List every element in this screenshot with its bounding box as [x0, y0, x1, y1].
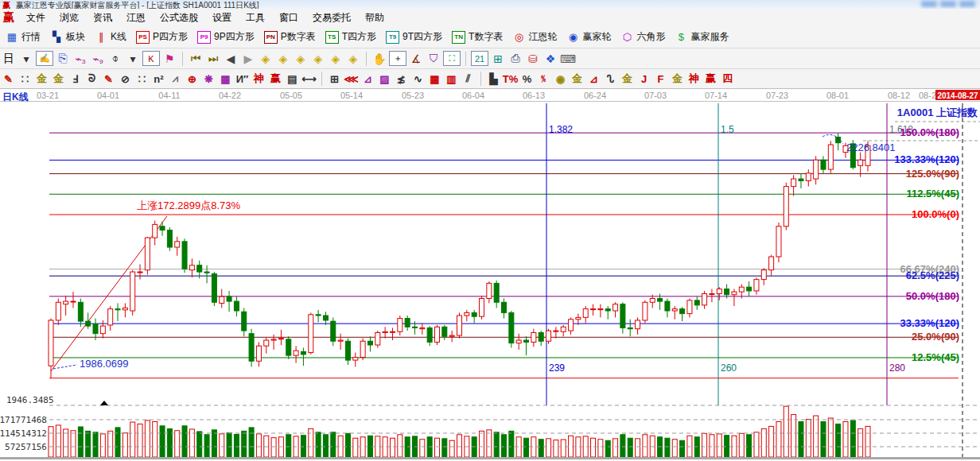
spiral-tool[interactable]: ᘐ: [84, 72, 100, 87]
purple-net-tool[interactable]: ▨: [376, 72, 393, 87]
menu-formula-picker[interactable]: 公式选股: [153, 9, 205, 26]
crosshair-tool[interactable]: ＋: [389, 51, 406, 66]
percent-tool[interactable]: %: [519, 72, 535, 87]
save-button[interactable]: ⛁: [525, 51, 541, 67]
sectors-button[interactable]: ▚板块: [46, 29, 89, 45]
zigzag-tool[interactable]: ∿: [410, 72, 426, 87]
menu-trade[interactable]: 交易委托: [305, 9, 358, 26]
menu-browse[interactable]: 浏览: [52, 9, 86, 26]
pencil-tool[interactable]: ✎: [0, 72, 17, 87]
close-icon[interactable]: [959, 1, 975, 7]
kchart-tool[interactable]: K: [142, 51, 160, 66]
kline-button[interactable]: ∥K线: [91, 29, 130, 45]
chart-area[interactable]: 03-2104-0104-1104-2205-0505-1405-2306-04…: [0, 89, 980, 461]
n2-tool[interactable]: n²: [150, 72, 167, 87]
winner-service-button[interactable]: $赢家服务: [671, 29, 733, 45]
gann-sketch-tool[interactable]: ✍: [36, 51, 53, 66]
menu-gann[interactable]: 江恩: [119, 9, 153, 26]
calculator-button[interactable]: ⊞: [490, 51, 506, 67]
hand-tool[interactable]: ✋: [371, 51, 387, 67]
ruler123-tool[interactable]: ▤: [284, 72, 301, 87]
diamond-right-button[interactable]: ◈: [275, 51, 291, 67]
purple-grid-tool[interactable]: ▦: [217, 72, 234, 87]
f-angle-tool[interactable]: F: [652, 72, 669, 87]
bar-target-tool[interactable]: ▙: [485, 72, 502, 87]
waveform-box-tool[interactable]: ᔐ: [602, 72, 619, 87]
gold-fence-tool[interactable]: 金: [33, 72, 50, 87]
hexagon-button[interactable]: ⬡六角形: [616, 29, 669, 45]
p-square-button[interactable]: PSP四方形: [132, 29, 192, 45]
prev-bar-button[interactable]: ◀: [223, 51, 239, 67]
diamond-all-button[interactable]: ◈: [345, 51, 361, 67]
angle-tool[interactable]: ∡: [408, 51, 424, 67]
ying-tool[interactable]: 赢: [267, 72, 284, 87]
shen-tool[interactable]: 神: [251, 72, 267, 87]
9p-square-button[interactable]: P99P四方形: [193, 29, 259, 45]
gann-wheel-button[interactable]: ◎江恩轮: [508, 29, 561, 45]
f-ruler-tool[interactable]: Ⅎ: [67, 72, 84, 87]
flag-tool[interactable]: ⚑: [161, 51, 177, 67]
menu-news[interactable]: 资讯: [86, 9, 119, 26]
wave-mark-tool[interactable]: И″: [234, 72, 251, 87]
span-arrow-tool[interactable]: ⟷: [301, 72, 317, 87]
shen-angle-tool[interactable]: 神: [686, 72, 702, 87]
diamond-shrink-button[interactable]: ◈: [310, 51, 326, 67]
p-table-button[interactable]: PNP数字表: [260, 29, 320, 45]
purple-fan-tool[interactable]: ⊿: [360, 72, 376, 87]
web-share-button[interactable]: ❖: [542, 51, 558, 67]
gold-fence2-tool[interactable]: 金: [50, 72, 67, 87]
fence-tool[interactable]: ⸬: [17, 72, 33, 87]
corner-ruler-tool[interactable]: ⊞: [326, 72, 343, 87]
si-angle-tool[interactable]: 四: [719, 72, 736, 87]
candle-style-caret-icon[interactable]: ▾: [125, 51, 141, 67]
candle-style-tool[interactable]: ⌽: [107, 51, 123, 67]
gold-angle2-tool[interactable]: 金: [669, 72, 686, 87]
quotes-button[interactable]: ▦行情: [2, 29, 45, 45]
diamond-left-button[interactable]: ◈: [258, 51, 274, 67]
shirt-tool[interactable]: ⛉: [426, 51, 441, 67]
window-controls[interactable]: [921, 1, 975, 7]
percent-line-tool[interactable]: ﹪: [535, 72, 552, 87]
diamond-expand-button[interactable]: ◈: [293, 51, 309, 67]
wave-9-tool[interactable]: ⌁₉: [90, 51, 106, 67]
menu-settings[interactable]: 设置: [205, 9, 239, 26]
gold-level-tool[interactable]: 金: [569, 72, 585, 87]
ying-angle-tool[interactable]: 赢: [702, 72, 719, 87]
gold-angle-tool[interactable]: 金: [619, 72, 636, 87]
menu-file[interactable]: 文件: [19, 9, 52, 26]
pencil2-tool[interactable]: ✎: [100, 72, 117, 87]
winner-wheel-button[interactable]: ◉赢家轮: [562, 29, 615, 45]
gold-circle-tool[interactable]: ◉: [552, 72, 569, 87]
menu-help[interactable]: 帮助: [358, 9, 391, 26]
purple-star-tool[interactable]: ❋: [200, 72, 217, 87]
j-angle-tool[interactable]: J: [636, 72, 652, 87]
go-last-button[interactable]: ⏭: [205, 51, 221, 67]
parallel-lines-tool[interactable]: ⫽: [460, 72, 476, 87]
calendar-button[interactable]: 21: [471, 51, 488, 66]
t-square-button[interactable]: TST四方形: [321, 29, 380, 45]
menu-window[interactable]: 窗口: [272, 9, 305, 26]
red-fan-tool[interactable]: ⋘: [343, 72, 360, 87]
red-grid2-tool[interactable]: ▥: [443, 72, 460, 87]
maximize-icon[interactable]: [940, 1, 956, 7]
diamond-center-button[interactable]: ◈: [328, 51, 344, 67]
red-compass-tool[interactable]: ⊕: [184, 72, 200, 87]
minimize-icon[interactable]: [921, 1, 937, 7]
red-grid-tool[interactable]: ▦: [426, 72, 443, 87]
price-chart-svg[interactable]: 03-2104-0104-1104-2205-0505-1405-2306-04…: [0, 89, 980, 461]
9t-square-button[interactable]: T99T四方形: [382, 29, 446, 45]
menu-tools[interactable]: 工具: [239, 9, 272, 26]
t-percent-tool[interactable]: T%: [502, 72, 519, 87]
next-bar-button[interactable]: ▶: [240, 51, 256, 67]
computer-button[interactable]: ⌨: [560, 51, 576, 67]
go-first-button[interactable]: ⏮: [188, 51, 204, 67]
notes-tool[interactable]: ⎘: [55, 51, 71, 67]
wave-3-tool[interactable]: ⌁₃: [72, 51, 88, 67]
t-table-button[interactable]: TNT数字表: [448, 29, 507, 45]
red-angle-tool[interactable]: ⊿: [585, 72, 602, 87]
map-tool[interactable]: ⛶: [443, 51, 461, 66]
period-day-button[interactable]: 日: [1, 51, 17, 67]
tri-line-tool[interactable]: ≴: [393, 72, 410, 87]
cycle-ruler-tool[interactable]: ⊘: [117, 72, 134, 87]
mirror-angle-tool[interactable]: ⩘: [167, 72, 184, 87]
